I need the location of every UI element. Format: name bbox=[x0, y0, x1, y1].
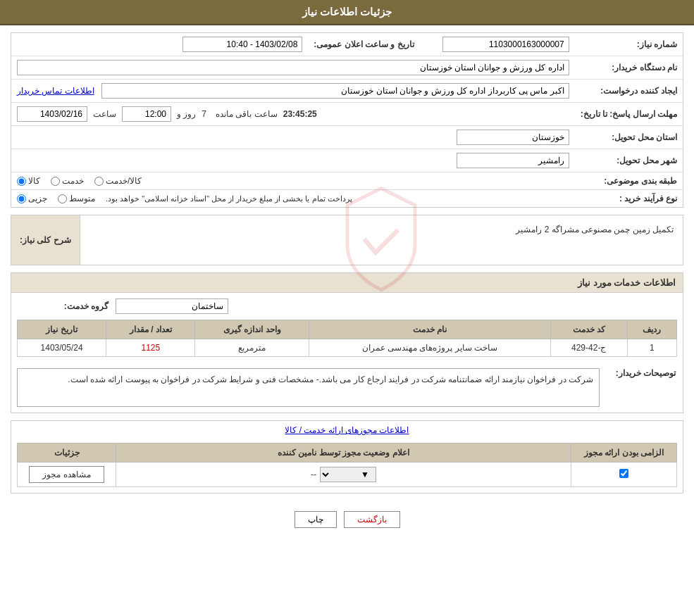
process-label: نوع فرآیند خرید : bbox=[575, 190, 683, 208]
requester-label: ایجاد کننده درخواست: bbox=[575, 80, 683, 103]
license-status-cell: ▼ -- bbox=[116, 463, 571, 487]
reply-time-input[interactable] bbox=[122, 106, 171, 122]
services-section: اطلاعات خدمات مورد نیاز گروه خدمت: ردیف … bbox=[11, 272, 683, 413]
page-header: جزئیات اطلاعات نیاز bbox=[0, 0, 694, 25]
days-value: 7 bbox=[202, 109, 206, 119]
category-khadamat-option[interactable]: خدمت bbox=[51, 176, 84, 186]
license-row: ▼ -- مشاهده مجوز bbox=[18, 463, 677, 487]
process-motavaset-label: متوسط bbox=[69, 194, 95, 203]
category-kala-khadamat-label: کالا/خدمت bbox=[106, 176, 142, 186]
need-description-section: تکمیل زمین چمن مصنوعی مشراگه 2 رامشیر شر… bbox=[11, 215, 683, 265]
services-table: ردیف کد خدمت نام خدمت واحد اندازه گیری ت… bbox=[17, 320, 677, 357]
need-description-text: تکمیل زمین چمن مصنوعی مشراگه 2 رامشیر bbox=[86, 221, 677, 238]
need-number-label: شماره نیاز: bbox=[575, 33, 683, 56]
process-motavaset-radio[interactable] bbox=[58, 194, 67, 203]
license-required-checkbox[interactable] bbox=[619, 469, 628, 478]
col-unit: واحد اندازه گیری bbox=[195, 320, 309, 339]
table-row: 1 ج-42-429 ساخت سایر پروژه‌های مهندسی عم… bbox=[18, 339, 677, 357]
buyer-note-content: شرکت در فراخوان نیازمند ارائه ضمانتنامه … bbox=[11, 363, 605, 413]
city-label: شهر محل تحویل: bbox=[575, 149, 683, 172]
license-table-container: الزامی بودن ارائه مجوز اعلام وضعیت مجوز … bbox=[11, 443, 683, 493]
process-motavaset-option[interactable]: متوسط bbox=[58, 194, 95, 203]
category-khadamat-label: خدمت bbox=[62, 176, 84, 186]
cell-service-name: ساخت سایر پروژه‌های مهندسی عمران bbox=[309, 339, 550, 357]
view-license-button[interactable]: مشاهده مجوز bbox=[29, 466, 104, 483]
date-label: تاریخ و ساعت اعلان عمومی: bbox=[308, 33, 419, 56]
process-jazzi-option[interactable]: جزیی bbox=[17, 194, 47, 203]
remaining-time-value: 23:45:25 bbox=[283, 109, 317, 119]
license-section: اطلاعات مجوزهای ارائه خدمت / کالا الزامی… bbox=[11, 420, 683, 494]
reply-date-input[interactable] bbox=[17, 106, 87, 122]
buyer-org-label: نام دستگاه خریدار: bbox=[575, 56, 683, 80]
buyer-note-text: شرکت در فراخوان نیازمند ارائه ضمانتنامه … bbox=[17, 368, 600, 407]
process-note: پرداخت تمام یا بخشی از مبلغ خریدار از مح… bbox=[106, 194, 352, 203]
cell-date: 1403/05/24 bbox=[18, 339, 106, 357]
province-label: استان محل تحویل: bbox=[575, 126, 683, 149]
back-button[interactable]: بازگشت bbox=[344, 511, 400, 528]
col-service-name: نام خدمت bbox=[309, 320, 550, 339]
col-status-announce: اعلام وضعیت مجوز توسط نامین کننده bbox=[116, 444, 571, 463]
license-table: الزامی بودن ارائه مجوز اعلام وضعیت مجوز … bbox=[17, 443, 677, 487]
category-kala-khadamat-option[interactable]: کالا/خدمت bbox=[94, 176, 142, 186]
license-status-select[interactable]: ▼ bbox=[320, 467, 376, 482]
service-group-input[interactable] bbox=[116, 298, 228, 314]
col-details: جزئیات bbox=[18, 444, 116, 463]
cell-row-num: 1 bbox=[627, 339, 676, 357]
license-required-cell bbox=[571, 463, 677, 487]
process-jazzi-radio[interactable] bbox=[17, 194, 26, 203]
col-quantity: تعداد / مقدار bbox=[106, 320, 195, 339]
date-input[interactable] bbox=[182, 37, 302, 52]
license-details-cell: مشاهده مجوز bbox=[18, 463, 116, 487]
days-label: روز و bbox=[177, 109, 196, 119]
page-title: جزئیات اطلاعات نیاز bbox=[302, 6, 392, 18]
buyer-org-input[interactable] bbox=[17, 60, 569, 75]
category-kala-khadamat-radio[interactable] bbox=[94, 177, 104, 186]
license-status-value: -- bbox=[311, 470, 316, 479]
category-kala-label: کالا bbox=[28, 176, 40, 186]
cell-quantity: 1125 bbox=[106, 339, 195, 357]
col-service-code: کد خدمت bbox=[550, 320, 627, 339]
col-date: تاریخ نیاز bbox=[18, 320, 106, 339]
need-description-content: تکمیل زمین چمن مصنوعی مشراگه 2 رامشیر bbox=[80, 215, 683, 265]
print-button[interactable]: چاپ bbox=[295, 511, 337, 528]
service-group-label: گروه خدمت: bbox=[17, 301, 109, 311]
col-row-num: ردیف bbox=[627, 320, 676, 339]
cell-service-code: ج-42-429 bbox=[550, 339, 627, 357]
category-kala-radio[interactable] bbox=[17, 177, 26, 186]
general-info-section: شماره نیاز: تاریخ و ساعت اعلان عمومی: نا… bbox=[11, 32, 683, 208]
license-section-title[interactable]: اطلاعات مجوزهای ارائه خدمت / کالا bbox=[11, 421, 683, 439]
contact-link[interactable]: اطلاعات تماس خریدار bbox=[17, 86, 94, 96]
category-khadamat-radio[interactable] bbox=[51, 177, 60, 186]
remaining-label: ساعت باقی مانده bbox=[216, 109, 278, 119]
requester-input[interactable] bbox=[101, 83, 569, 99]
col-required: الزامی بودن ارائه مجوز bbox=[571, 444, 677, 463]
category-label: طبقه بندی موضوعی: bbox=[575, 172, 683, 190]
process-jazzi-label: جزیی bbox=[28, 194, 47, 203]
city-input[interactable] bbox=[457, 153, 569, 168]
services-section-title: اطلاعات خدمات مورد نیاز bbox=[11, 273, 683, 293]
province-input[interactable] bbox=[457, 130, 569, 145]
buyer-notes-container: توصیحات خریدار: شرکت در فراخوان نیازمند … bbox=[11, 363, 683, 413]
service-group-row: گروه خدمت: bbox=[11, 293, 683, 320]
services-table-container: ردیف کد خدمت نام خدمت واحد اندازه گیری ت… bbox=[11, 320, 683, 363]
reply-deadline-label: مهلت ارسال پاسخ: تا تاریخ: bbox=[575, 103, 683, 126]
buyer-note-label: توصیحات خریدار: bbox=[605, 363, 683, 413]
footer-buttons: بازگشت چاپ bbox=[11, 501, 683, 539]
reply-time-label: ساعت bbox=[93, 109, 116, 119]
need-description-label: شرح کلی نیاز: bbox=[11, 215, 80, 265]
need-number-input[interactable] bbox=[442, 37, 569, 52]
category-kala-option[interactable]: کالا bbox=[17, 176, 40, 186]
cell-unit: مترمربع bbox=[195, 339, 309, 357]
